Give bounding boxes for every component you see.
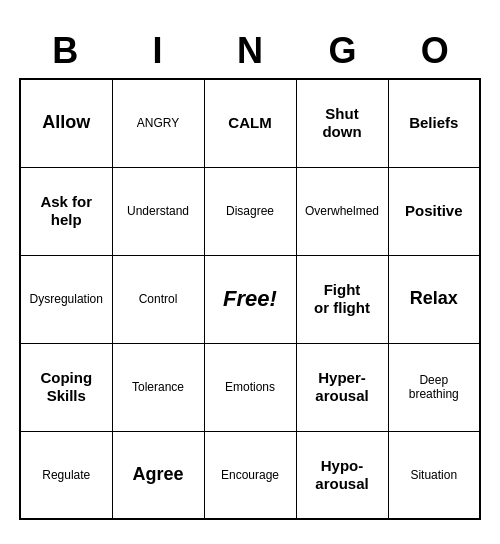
- bingo-cell: Regulate: [20, 431, 112, 519]
- bingo-cell: Fightor flight: [296, 255, 388, 343]
- bingo-cell: Dysregulation: [20, 255, 112, 343]
- table-row: AllowANGRYCALMShutdownBeliefs: [20, 79, 480, 167]
- bingo-cell: ANGRY: [112, 79, 204, 167]
- header-letter: O: [389, 24, 481, 78]
- header-letter: B: [19, 24, 111, 78]
- bingo-cell: Positive: [388, 167, 480, 255]
- bingo-header: BINGO: [19, 24, 481, 78]
- bingo-cell: Encourage: [204, 431, 296, 519]
- bingo-cell: Tolerance: [112, 343, 204, 431]
- table-row: CopingSkillsToleranceEmotionsHyper-arous…: [20, 343, 480, 431]
- header-letter: G: [296, 24, 388, 78]
- bingo-cell: Hypo-arousal: [296, 431, 388, 519]
- bingo-cell: Overwhelmed: [296, 167, 388, 255]
- bingo-cell: Free!: [204, 255, 296, 343]
- bingo-cell: CopingSkills: [20, 343, 112, 431]
- bingo-cell: Control: [112, 255, 204, 343]
- bingo-cell: Situation: [388, 431, 480, 519]
- bingo-cell: Shutdown: [296, 79, 388, 167]
- bingo-cell: Agree: [112, 431, 204, 519]
- bingo-grid: AllowANGRYCALMShutdownBeliefsAsk forhelp…: [19, 78, 481, 520]
- bingo-cell: Beliefs: [388, 79, 480, 167]
- bingo-cell: Understand: [112, 167, 204, 255]
- table-row: RegulateAgreeEncourageHypo-arousalSituat…: [20, 431, 480, 519]
- header-letter: N: [204, 24, 296, 78]
- bingo-cell: Allow: [20, 79, 112, 167]
- bingo-cell: Deepbreathing: [388, 343, 480, 431]
- bingo-cell: Relax: [388, 255, 480, 343]
- bingo-cell: Ask forhelp: [20, 167, 112, 255]
- bingo-cell: Emotions: [204, 343, 296, 431]
- table-row: DysregulationControlFree!Fightor flightR…: [20, 255, 480, 343]
- bingo-cell: CALM: [204, 79, 296, 167]
- bingo-cell: Disagree: [204, 167, 296, 255]
- header-letter: I: [111, 24, 203, 78]
- bingo-cell: Hyper-arousal: [296, 343, 388, 431]
- table-row: Ask forhelpUnderstandDisagreeOverwhelmed…: [20, 167, 480, 255]
